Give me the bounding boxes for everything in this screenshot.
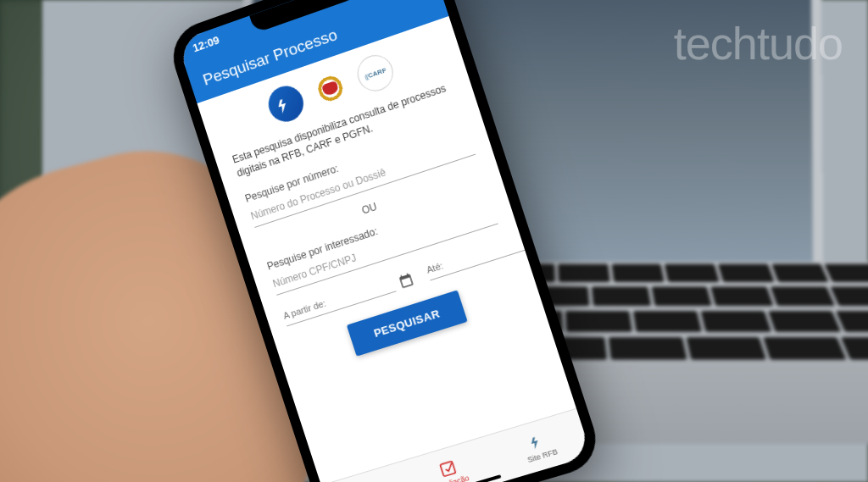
watermark-text: techtudo	[674, 17, 843, 69]
carf-logo-icon: ((CARF	[353, 50, 398, 96]
nav-item-site-rfb[interactable]: Site RFB	[520, 427, 559, 463]
bottom-nav: ?! ações Avaliação Site RFB	[321, 408, 592, 482]
svg-rect-1	[440, 461, 455, 476]
calendar-icon[interactable]	[397, 270, 416, 290]
nav-item-avaliacao[interactable]: Avaliação	[430, 454, 470, 482]
status-time: 12:09	[191, 33, 220, 54]
rfb-logo-icon	[264, 81, 308, 126]
carf-emblem-icon	[309, 66, 353, 112]
